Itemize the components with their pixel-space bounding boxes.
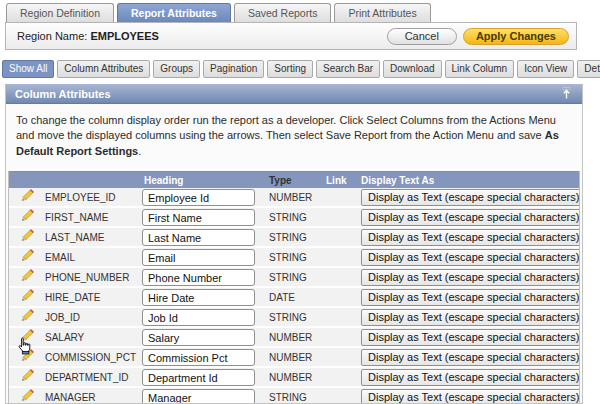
filter-button-1[interactable]: Column Attributes [57,60,150,78]
edit-column-icon[interactable] [21,388,34,401]
column-row-4: PHONE_NUMBER STRING Display as Text (esc… [9,268,579,288]
header-type: Type [261,175,323,186]
edit-column-icon[interactable] [21,208,34,221]
column-name: EMAIL [45,252,141,263]
region-name-caption: Region Name: [17,30,87,42]
column-name: LAST_NAME [45,232,141,243]
column-name: HIRE_DATE [45,292,141,303]
cancel-button[interactable]: Cancel [387,28,457,45]
tab-2[interactable]: Saved Reports [234,3,331,23]
apply-changes-button[interactable]: Apply Changes [463,28,569,45]
column-type: NUMBER [261,352,323,363]
column-name: DEPARTMENT_ID [45,372,141,383]
column-type: DATE [261,292,323,303]
display-text-as-select[interactable]: Display as Text (escape special characte… [361,309,579,326]
filter-button-4[interactable]: Sorting [267,60,313,78]
heading-input[interactable] [142,249,255,266]
filter-button-2[interactable]: Groups [153,60,200,78]
display-text-as-select[interactable]: Display as Text (escape special characte… [361,229,579,246]
column-attributes-panel: Column Attributes To change the column d… [5,84,583,404]
panel-instructions: To change the column display order run t… [6,104,582,159]
column-type: STRING [261,392,323,403]
column-row-0: EMPLOYEE_ID NUMBER Display as Text (esca… [9,188,579,208]
instructions-period: . [138,145,141,157]
tab-0[interactable]: Region Definition [6,3,114,23]
column-name: EMPLOYEE_ID [45,192,141,203]
column-name: FIRST_NAME [45,212,141,223]
display-text-as-select[interactable]: Display as Text (escape special characte… [361,329,579,346]
edit-column-icon[interactable] [21,348,34,361]
panel-header: Column Attributes [6,84,582,104]
edit-column-icon[interactable] [21,368,34,381]
edit-column-icon[interactable] [21,188,34,201]
report-attributes-page: Region Definition Report Attributes Save… [0,0,600,404]
filter-button-7[interactable]: Link Column [445,60,515,78]
display-text-as-select[interactable]: Display as Text (escape special characte… [361,189,579,206]
column-name: SALARY [45,332,141,343]
display-text-as-select[interactable]: Display as Text (escape special characte… [361,289,579,306]
column-type: STRING [261,232,323,243]
heading-input[interactable] [142,369,255,386]
column-name: PHONE_NUMBER [45,272,141,283]
column-row-5: HIRE_DATE DATE Display as Text (escape s… [9,288,579,308]
column-row-6: JOB_ID STRING Display as Text (escape sp… [9,308,579,328]
display-text-as-select[interactable]: Display as Text (escape special characte… [361,369,579,386]
heading-input[interactable] [142,189,255,206]
display-text-as-select[interactable]: Display as Text (escape special characte… [361,249,579,266]
header-display-text-as: Display Text As [357,175,579,186]
filter-button-5[interactable]: Search Bar [316,60,380,78]
column-row-2: LAST_NAME STRING Display as Text (escape… [9,228,579,248]
column-row-9: DEPARTMENT_ID NUMBER Display as Text (es… [9,368,579,388]
edit-column-icon[interactable] [21,268,34,281]
column-row-8: COMMISSION_PCT NUMBER Display as Text (e… [9,348,579,368]
column-type: NUMBER [261,192,323,203]
header-link: Link [323,175,357,186]
tab-3[interactable]: Print Attributes [334,3,430,23]
filter-button-8[interactable]: Icon View [517,60,574,78]
heading-input[interactable] [142,289,255,306]
filter-button-9[interactable]: Detail View [577,60,600,78]
top-tab-bar: Region Definition Report Attributes Save… [6,3,431,23]
column-name: COMMISSION_PCT [45,352,141,363]
heading-input[interactable] [142,389,255,404]
column-type: STRING [261,252,323,263]
column-type: NUMBER [261,332,323,343]
edit-column-icon[interactable] [21,328,34,341]
column-row-3: EMAIL STRING Display as Text (escape spe… [9,248,579,268]
column-name: JOB_ID [45,312,141,323]
heading-input[interactable] [142,269,255,286]
display-text-as-select[interactable]: Display as Text (escape special characte… [361,389,579,404]
column-type: STRING [261,312,323,323]
display-text-as-select[interactable]: Display as Text (escape special characte… [361,209,579,226]
instructions-text: To change the column display order run t… [16,114,556,141]
column-row-7: SALARY NUMBER Display as Text (escape sp… [9,328,579,348]
panel-title: Column Attributes [15,88,111,100]
region-buttons: Cancel Apply Changes [387,28,576,45]
scroll-to-top-icon[interactable] [560,87,573,100]
columns-table-header: Heading Type Link Display Text As [9,171,579,188]
heading-input[interactable] [142,309,255,326]
filter-button-6[interactable]: Download [383,60,441,78]
heading-input[interactable] [142,229,255,246]
filter-button-0[interactable]: Show All [2,60,54,78]
heading-input[interactable] [142,329,255,346]
edit-column-icon[interactable] [21,248,34,261]
tab-1[interactable]: Report Attributes [117,3,231,23]
display-text-as-select[interactable]: Display as Text (escape special characte… [361,349,579,366]
edit-column-icon[interactable] [21,288,34,301]
heading-input[interactable] [142,349,255,366]
display-text-as-select[interactable]: Display as Text (escape special characte… [361,269,579,286]
column-type: STRING [261,212,323,223]
edit-column-icon[interactable] [21,308,34,321]
edit-column-icon[interactable] [21,228,34,241]
region-name-bar: Region Name: EMPLOYEES Cancel Apply Chan… [5,22,577,50]
column-row-10: MANAGER STRING Display as Text (escape s… [9,388,579,404]
heading-input[interactable] [142,209,255,226]
attribute-filter-bar: Show All Column Attributes Groups Pagina… [2,60,600,78]
filter-button-3[interactable]: Pagination [203,60,264,78]
columns-table-body: EMPLOYEE_ID NUMBER Display as Text (esca… [9,188,579,404]
column-name: MANAGER [45,392,141,403]
column-row-1: FIRST_NAME STRING Display as Text (escap… [9,208,579,228]
columns-table: Heading Type Link Display Text As [8,171,580,404]
region-name-label: Region Name: EMPLOYEES [6,30,159,42]
